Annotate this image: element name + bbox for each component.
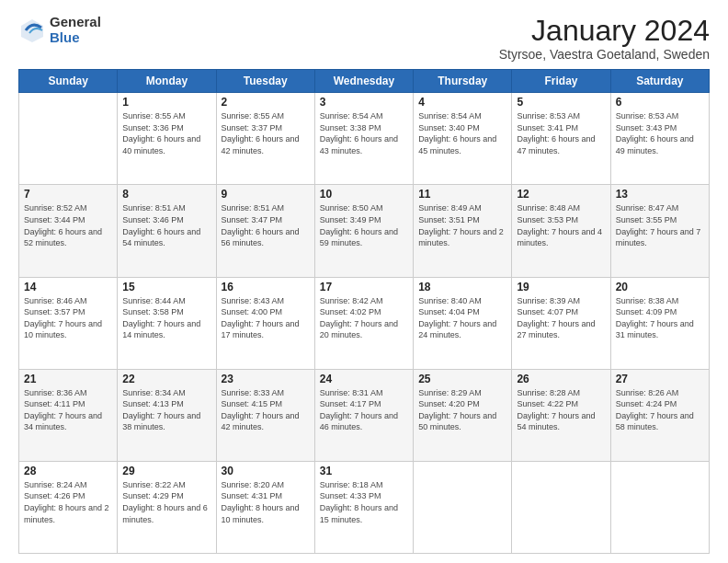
calendar-cell: 28Sunrise: 8:24 AMSunset: 4:26 PMDayligh…	[19, 461, 118, 553]
calendar-cell: 4Sunrise: 8:54 AMSunset: 3:40 PMDaylight…	[414, 93, 512, 185]
calendar-cell: 15Sunrise: 8:44 AMSunset: 3:58 PMDayligh…	[118, 277, 216, 369]
day-info: Sunrise: 8:47 AMSunset: 3:55 PMDaylight:…	[616, 202, 704, 248]
calendar-cell: 3Sunrise: 8:54 AMSunset: 3:38 PMDaylight…	[314, 93, 413, 185]
day-info: Sunrise: 8:38 AMSunset: 4:09 PMDaylight:…	[616, 295, 704, 341]
day-info: Sunrise: 8:31 AMSunset: 4:17 PMDaylight:…	[320, 387, 408, 433]
day-number: 14	[24, 281, 112, 293]
calendar-cell: 26Sunrise: 8:28 AMSunset: 4:22 PMDayligh…	[512, 369, 610, 461]
day-number: 18	[418, 281, 506, 293]
day-number: 5	[517, 96, 605, 109]
day-info: Sunrise: 8:39 AMSunset: 4:07 PMDaylight:…	[517, 295, 605, 341]
day-info: Sunrise: 8:44 AMSunset: 3:58 PMDaylight:…	[122, 295, 210, 341]
day-number: 20	[616, 281, 704, 293]
calendar-cell	[19, 93, 118, 185]
day-info: Sunrise: 8:24 AMSunset: 4:26 PMDaylight:…	[24, 479, 112, 525]
day-info: Sunrise: 8:55 AMSunset: 3:36 PMDaylight:…	[122, 110, 210, 156]
day-info: Sunrise: 8:55 AMSunset: 3:37 PMDaylight:…	[222, 110, 310, 156]
logo-icon	[18, 17, 46, 44]
calendar-cell: 23Sunrise: 8:33 AMSunset: 4:15 PMDayligh…	[216, 369, 314, 461]
calendar-cell: 22Sunrise: 8:34 AMSunset: 4:13 PMDayligh…	[118, 369, 216, 461]
location: Styrsoe, Vaestra Goetaland, Sweden	[499, 47, 710, 62]
day-info: Sunrise: 8:54 AMSunset: 3:38 PMDaylight:…	[320, 110, 408, 156]
calendar-cell: 29Sunrise: 8:22 AMSunset: 4:29 PMDayligh…	[118, 461, 216, 553]
day-info: Sunrise: 8:48 AMSunset: 3:53 PMDaylight:…	[517, 202, 605, 248]
day-number: 30	[222, 465, 310, 477]
logo-blue: Blue	[50, 30, 101, 46]
day-number: 26	[517, 373, 605, 385]
day-number: 4	[418, 96, 506, 109]
day-info: Sunrise: 8:49 AMSunset: 3:51 PMDaylight:…	[418, 202, 506, 248]
day-number: 21	[24, 373, 112, 385]
calendar-cell: 10Sunrise: 8:50 AMSunset: 3:49 PMDayligh…	[314, 185, 413, 277]
day-info: Sunrise: 8:53 AMSunset: 3:43 PMDaylight:…	[616, 110, 704, 156]
day-number: 27	[616, 373, 704, 385]
title-block: January 2024 Styrsoe, Vaestra Goetaland,…	[499, 15, 710, 62]
calendar-cell: 27Sunrise: 8:26 AMSunset: 4:24 PMDayligh…	[610, 369, 709, 461]
logo-general: General	[50, 15, 101, 30]
day-header: Friday	[512, 70, 610, 93]
month-title: January 2024	[499, 15, 710, 47]
day-info: Sunrise: 8:18 AMSunset: 4:33 PMDaylight:…	[320, 479, 408, 525]
day-info: Sunrise: 8:40 AMSunset: 4:04 PMDaylight:…	[418, 295, 506, 341]
day-header: Tuesday	[216, 70, 314, 93]
calendar-cell: 5Sunrise: 8:53 AMSunset: 3:41 PMDaylight…	[512, 93, 610, 185]
day-header: Thursday	[414, 70, 512, 93]
day-info: Sunrise: 8:43 AMSunset: 4:00 PMDaylight:…	[222, 295, 310, 341]
day-number: 24	[320, 373, 408, 385]
day-info: Sunrise: 8:51 AMSunset: 3:47 PMDaylight:…	[222, 202, 310, 248]
day-number: 23	[222, 373, 310, 385]
day-number: 17	[320, 281, 408, 293]
calendar-cell: 21Sunrise: 8:36 AMSunset: 4:11 PMDayligh…	[19, 369, 118, 461]
calendar-cell: 25Sunrise: 8:29 AMSunset: 4:20 PMDayligh…	[414, 369, 512, 461]
day-number: 9	[222, 188, 310, 201]
day-number: 22	[122, 373, 210, 385]
calendar-cell: 30Sunrise: 8:20 AMSunset: 4:31 PMDayligh…	[216, 461, 314, 553]
day-info: Sunrise: 8:50 AMSunset: 3:49 PMDaylight:…	[320, 202, 408, 248]
day-info: Sunrise: 8:29 AMSunset: 4:20 PMDaylight:…	[418, 387, 506, 433]
header: General Blue January 2024 Styrsoe, Vaest…	[18, 15, 710, 62]
calendar: SundayMondayTuesdayWednesdayThursdayFrid…	[18, 69, 710, 554]
day-number: 8	[122, 188, 210, 201]
calendar-cell	[414, 461, 512, 553]
day-number: 28	[24, 465, 112, 477]
day-number: 3	[320, 96, 408, 109]
day-info: Sunrise: 8:36 AMSunset: 4:11 PMDaylight:…	[24, 387, 112, 433]
calendar-cell: 31Sunrise: 8:18 AMSunset: 4:33 PMDayligh…	[314, 461, 413, 553]
calendar-cell	[610, 461, 709, 553]
calendar-cell: 12Sunrise: 8:48 AMSunset: 3:53 PMDayligh…	[512, 185, 610, 277]
day-number: 19	[517, 281, 605, 293]
day-info: Sunrise: 8:20 AMSunset: 4:31 PMDaylight:…	[222, 479, 310, 525]
day-info: Sunrise: 8:51 AMSunset: 3:46 PMDaylight:…	[122, 202, 210, 248]
calendar-cell: 14Sunrise: 8:46 AMSunset: 3:57 PMDayligh…	[19, 277, 118, 369]
day-number: 1	[122, 96, 210, 109]
day-number: 6	[616, 96, 704, 109]
day-number: 15	[122, 281, 210, 293]
day-info: Sunrise: 8:52 AMSunset: 3:44 PMDaylight:…	[24, 202, 112, 248]
day-number: 11	[418, 188, 506, 201]
page: General Blue January 2024 Styrsoe, Vaest…	[0, 0, 728, 563]
calendar-cell: 24Sunrise: 8:31 AMSunset: 4:17 PMDayligh…	[314, 369, 413, 461]
day-info: Sunrise: 8:33 AMSunset: 4:15 PMDaylight:…	[222, 387, 310, 433]
day-info: Sunrise: 8:53 AMSunset: 3:41 PMDaylight:…	[517, 110, 605, 156]
day-header: Saturday	[610, 70, 709, 93]
calendar-cell: 8Sunrise: 8:51 AMSunset: 3:46 PMDaylight…	[118, 185, 216, 277]
day-header: Wednesday	[314, 70, 413, 93]
calendar-cell: 9Sunrise: 8:51 AMSunset: 3:47 PMDaylight…	[216, 185, 314, 277]
calendar-cell: 11Sunrise: 8:49 AMSunset: 3:51 PMDayligh…	[414, 185, 512, 277]
calendar-cell	[512, 461, 610, 553]
day-header: Sunday	[19, 70, 118, 93]
calendar-cell: 13Sunrise: 8:47 AMSunset: 3:55 PMDayligh…	[610, 185, 709, 277]
calendar-cell: 18Sunrise: 8:40 AMSunset: 4:04 PMDayligh…	[414, 277, 512, 369]
day-info: Sunrise: 8:54 AMSunset: 3:40 PMDaylight:…	[418, 110, 506, 156]
day-info: Sunrise: 8:42 AMSunset: 4:02 PMDaylight:…	[320, 295, 408, 341]
calendar-cell: 6Sunrise: 8:53 AMSunset: 3:43 PMDaylight…	[610, 93, 709, 185]
day-number: 12	[517, 188, 605, 201]
calendar-cell: 19Sunrise: 8:39 AMSunset: 4:07 PMDayligh…	[512, 277, 610, 369]
day-number: 10	[320, 188, 408, 201]
calendar-cell: 2Sunrise: 8:55 AMSunset: 3:37 PMDaylight…	[216, 93, 314, 185]
day-header: Monday	[118, 70, 216, 93]
calendar-cell: 1Sunrise: 8:55 AMSunset: 3:36 PMDaylight…	[118, 93, 216, 185]
day-info: Sunrise: 8:26 AMSunset: 4:24 PMDaylight:…	[616, 387, 704, 433]
day-number: 25	[418, 373, 506, 385]
day-info: Sunrise: 8:34 AMSunset: 4:13 PMDaylight:…	[122, 387, 210, 433]
